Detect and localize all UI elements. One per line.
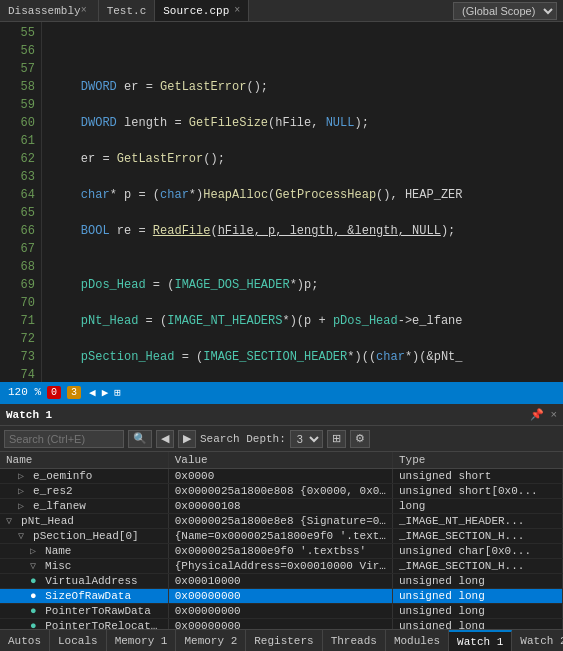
tab-sourcecpp[interactable]: Source.cpp × [155, 0, 249, 21]
watch-row-name: ▽ pSection_Head[0] [0, 529, 168, 544]
row-dot: ● [30, 590, 43, 602]
watch-row-value: {Name=0x0000025a1800e9f0 '.textbss'. Mac… [168, 529, 392, 544]
watch-row-name: ● SizeOfRawData [0, 589, 168, 604]
code-editor: 5556575859 6061626364 6566676869 7071727… [0, 22, 563, 382]
row-dot: ● [30, 605, 43, 617]
watch-row-type: unsigned short [392, 469, 562, 484]
scope-bar: (Global Scope) [447, 2, 563, 20]
tab-disassembly[interactable]: Disassembly × [0, 0, 99, 21]
row-dot: ● [30, 620, 43, 629]
watch-table-container[interactable]: Name Value Type ▷ e_oeminfo0x0000unsigne… [0, 452, 563, 629]
btab-registers[interactable]: Registers [246, 630, 322, 651]
code-content[interactable]: DWORD er = GetLastError(); DWORD length … [42, 22, 563, 382]
watch-table: Name Value Type ▷ e_oeminfo0x0000unsigne… [0, 452, 563, 629]
scope-dropdown[interactable]: (Global Scope) [453, 2, 557, 20]
col-value: Value [168, 452, 392, 469]
watch-row-type: _IMAGE_NT_HEADER... [392, 514, 562, 529]
watch-row-name: ▷ e_res2 [0, 484, 168, 499]
editor-status-bar: 120 % 0 3 ◀ ▶ ⊞ [0, 382, 563, 402]
watch-row-type: unsigned long [392, 589, 562, 604]
table-row[interactable]: ● PointerToRawData0x00000000unsigned lon… [0, 604, 563, 619]
watch-row-value: 0x00000108 [168, 499, 392, 514]
watch-row-name: ● VirtualAddress [0, 574, 168, 589]
watch-row-value: 0x00000000 [168, 589, 392, 604]
bottom-tabs: Autos Locals Memory 1 Memory 2 Registers… [0, 629, 563, 651]
expand-icon[interactable]: ▽ [6, 516, 18, 527]
nav-extra[interactable]: ⊞ [112, 386, 123, 399]
watch-row-name: ▷ Name [0, 544, 168, 559]
row-name-text: e_oeminfo [33, 470, 92, 482]
prev-arrow[interactable]: ◀ [87, 386, 98, 399]
row-name-text: pSection_Head[0] [33, 530, 139, 542]
expand-icon[interactable]: ▷ [18, 501, 30, 512]
tab-disassembly-dot: × [81, 5, 87, 16]
watch-panel: Watch 1 📌 × 🔍 ◀ ▶ Search Depth: 3 ⊞ ⚙ Na… [0, 402, 563, 651]
table-row[interactable]: ▷ e_lfanew0x00000108long [0, 499, 563, 514]
watch-row-type: _IMAGE_SECTION_H... [392, 529, 562, 544]
table-row[interactable]: ▷ Name0x0000025a1800e9f0 '.textbss'unsig… [0, 544, 563, 559]
nav-fwd-btn[interactable]: ▶ [178, 430, 196, 448]
expand-icon[interactable]: ▽ [30, 561, 42, 572]
table-row[interactable]: ● VirtualAddress0x00010000unsigned long [0, 574, 563, 589]
watch-close-icon[interactable]: × [550, 409, 557, 421]
depth-select[interactable]: 3 [290, 430, 323, 448]
expand-icon[interactable]: ▷ [18, 471, 30, 482]
btab-watch2[interactable]: Watch 2 [512, 630, 563, 651]
nav-back-btn[interactable]: ◀ [156, 430, 174, 448]
watch-title-bar: Watch 1 📌 × [0, 404, 563, 426]
watch-panel-title: Watch 1 [6, 409, 530, 421]
next-arrow[interactable]: ▶ [100, 386, 111, 399]
watch-row-type: long [392, 499, 562, 514]
tab-sourcecpp-close[interactable]: × [234, 5, 240, 16]
watch-toolbar: 🔍 ◀ ▶ Search Depth: 3 ⊞ ⚙ [0, 426, 563, 452]
tab-testc-label: Test.c [107, 5, 147, 17]
btab-autos[interactable]: Autos [0, 630, 50, 651]
watch-row-name: ● PointerToRelocations [0, 619, 168, 630]
table-row[interactable]: ▽ pNt_Head0x0000025a1800e8e8 {Signature=… [0, 514, 563, 529]
btab-memory2[interactable]: Memory 2 [176, 630, 246, 651]
watch-row-name: ● PointerToRawData [0, 604, 168, 619]
watch-row-value: 0x0000025a1800e8e8 {Signature=0x00004550… [168, 514, 392, 529]
btab-locals[interactable]: Locals [50, 630, 107, 651]
watch-row-value: 0x0000025a1800e9f0 '.textbss' [168, 544, 392, 559]
watch-row-type: unsigned long [392, 574, 562, 589]
watch-row-type: unsigned long [392, 604, 562, 619]
search-icon-btn[interactable]: 🔍 [128, 430, 152, 448]
watch-row-value: 0x0000 [168, 469, 392, 484]
tab-bar: Disassembly × Test.c Source.cpp × (Globa… [0, 0, 563, 22]
table-row[interactable]: ● SizeOfRawData0x00000000unsigned long [0, 589, 563, 604]
watch-row-value: 0x00000000 [168, 619, 392, 630]
watch-settings-btn[interactable]: ⚙ [350, 430, 370, 448]
watch-row-type: _IMAGE_SECTION_H... [392, 559, 562, 574]
zoom-level: 120 % [8, 386, 41, 398]
watch-row-type: unsigned short[0x0... [392, 484, 562, 499]
btab-threads[interactable]: Threads [323, 630, 386, 651]
row-name-text: VirtualAddress [45, 575, 137, 587]
btab-memory1[interactable]: Memory 1 [107, 630, 177, 651]
expand-icon[interactable]: ▽ [18, 531, 30, 542]
warning-count: 3 [67, 386, 81, 399]
line-numbers: 5556575859 6061626364 6566676869 7071727… [0, 22, 42, 382]
btab-modules[interactable]: Modules [386, 630, 449, 651]
row-name-text: e_lfanew [33, 500, 86, 512]
watch-row-name: ▷ e_oeminfo [0, 469, 168, 484]
expand-icon[interactable]: ▷ [18, 486, 30, 497]
watch-options-btn[interactable]: ⊞ [327, 430, 346, 448]
table-row[interactable]: ▷ e_oeminfo0x0000unsigned short [0, 469, 563, 484]
btab-watch1[interactable]: Watch 1 [449, 630, 512, 651]
table-row[interactable]: ▽ Misc{PhysicalAddress=0x00010000 Virtua… [0, 559, 563, 574]
expand-icon[interactable]: ▷ [30, 546, 42, 557]
watch-search-input[interactable] [4, 430, 124, 448]
table-row[interactable]: ▷ e_res20x0000025a1800e808 {0x0000, 0x00… [0, 484, 563, 499]
watch-row-type: unsigned char[0x0... [392, 544, 562, 559]
watch-pin-icon[interactable]: 📌 [530, 408, 544, 421]
status-left: 120 % 0 3 ◀ ▶ ⊞ [8, 386, 123, 399]
watch-row-value: {PhysicalAddress=0x00010000 VirtualSize=… [168, 559, 392, 574]
row-name-text: PointerToRawData [45, 605, 151, 617]
table-row[interactable]: ● PointerToRelocations0x00000000unsigned… [0, 619, 563, 630]
tab-testc[interactable]: Test.c [99, 0, 156, 21]
table-row[interactable]: ▽ pSection_Head[0]{Name=0x0000025a1800e9… [0, 529, 563, 544]
row-name-text: e_res2 [33, 485, 73, 497]
error-count: 0 [47, 386, 61, 399]
row-name-text: SizeOfRawData [45, 590, 131, 602]
